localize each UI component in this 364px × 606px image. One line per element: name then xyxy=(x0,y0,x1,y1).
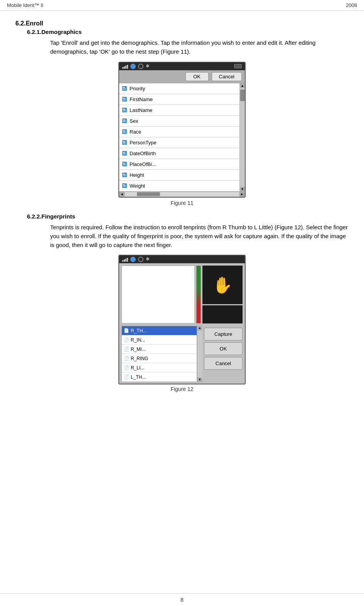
section-622: 6.2.2.Fingerprints Tenprints is required… xyxy=(15,213,349,393)
svg-rect-26 xyxy=(123,153,126,154)
rli-label: R_LI... xyxy=(131,365,144,371)
fp-finger-row-rli[interactable]: 📄 R_LI... xyxy=(122,363,197,372)
fp-button-panel: Capture OK Cancel xyxy=(202,326,245,382)
placeofbirth-icon xyxy=(121,161,128,167)
figure-12-caption: Figure 12 xyxy=(15,386,349,392)
priority-icon xyxy=(121,85,128,91)
fp-scroll-down[interactable]: ▼ xyxy=(197,377,202,382)
race-icon xyxy=(121,129,128,135)
height-label: Height xyxy=(130,172,239,178)
fp-status-bar: ✱ xyxy=(119,256,245,263)
form-row-race[interactable]: Race xyxy=(119,127,239,137)
form-row-firstname[interactable]: FirstName xyxy=(119,94,239,105)
rth-label: R_TH... xyxy=(131,328,147,333)
footer: 8 xyxy=(0,593,364,606)
form-row-height[interactable]: Height xyxy=(119,170,239,181)
fp-finger-row-rmi[interactable]: 📄 R_MI... xyxy=(122,345,197,354)
page-number: 8 xyxy=(180,597,184,603)
dob-label: DateOfBirth xyxy=(130,151,239,156)
sex-icon xyxy=(121,118,128,124)
svg-rect-27 xyxy=(123,154,125,154)
svg-rect-15 xyxy=(123,122,125,122)
fp-list-scrollbar[interactable]: ▲ ▼ xyxy=(197,326,202,382)
svg-rect-29 xyxy=(123,163,125,164)
fp-main-area: ✋ xyxy=(119,263,245,326)
header: Mobile Ident™ II 2008 xyxy=(0,0,364,11)
svg-rect-7 xyxy=(123,100,125,100)
svg-rect-18 xyxy=(123,132,126,132)
scroll-up-arrow[interactable]: ▲ xyxy=(240,83,245,88)
fp-finger-row-rin[interactable]: 📄 R_IN... xyxy=(122,335,197,345)
scroll-left-arrow[interactable]: ◄ xyxy=(119,191,125,197)
svg-rect-33 xyxy=(123,174,125,174)
svg-rect-3 xyxy=(123,89,125,90)
fp-hand-area: ✋ xyxy=(202,266,243,304)
main-content: 6.2.Enroll 6.2.1.Demographics Tap 'Enrol… xyxy=(0,11,364,411)
action-row: OK Cancel xyxy=(119,70,245,83)
form-row-persontype[interactable]: PersonType xyxy=(119,137,239,148)
weight-icon xyxy=(121,183,128,189)
figure-11-caption: Figure 11 xyxy=(15,200,349,206)
form-row-weight[interactable]: Weight xyxy=(119,181,239,191)
fp-quality-bar xyxy=(196,266,201,323)
priority-label: Priority xyxy=(130,86,239,91)
form-row-priority[interactable]: Priority xyxy=(119,83,239,94)
scroll-right-arrow[interactable]: ► xyxy=(239,191,245,197)
placeofbirth-label: PlaceOfBi... xyxy=(130,161,239,167)
fp-finger-row-rring[interactable]: 📄 R_RING xyxy=(122,354,197,363)
fp-cancel-button[interactable]: Cancel xyxy=(204,357,243,370)
horizontal-scrollbar[interactable]: ◄ ► xyxy=(119,191,245,197)
vertical-scrollbar[interactable]: ▲ ▼ xyxy=(239,83,245,191)
form-row-sex[interactable]: Sex xyxy=(119,116,239,127)
form-row-placeofbirth[interactable]: PlaceOfBi... xyxy=(119,159,239,170)
svg-rect-31 xyxy=(123,165,125,165)
fp-ok-button[interactable]: OK xyxy=(204,342,243,355)
scroll-h-thumb[interactable] xyxy=(137,192,160,196)
rth-icon: 📄 xyxy=(124,328,129,333)
scroll-h-track xyxy=(125,192,239,196)
fp-capture-button[interactable]: Capture xyxy=(204,328,243,340)
persontype-icon xyxy=(121,139,128,146)
rin-icon: 📄 xyxy=(124,337,129,342)
svg-rect-2 xyxy=(123,88,126,89)
svg-rect-17 xyxy=(123,130,125,131)
lth-label: L_TH... xyxy=(131,374,146,380)
section-621: 6.2.1.Demographics Tap 'Enroll' and get … xyxy=(15,29,349,206)
scroll-down-arrow[interactable]: ▼ xyxy=(240,187,245,191)
rli-icon: 📄 xyxy=(124,365,129,370)
form-row-lastname[interactable]: LastName xyxy=(119,105,239,116)
height-icon xyxy=(121,172,128,178)
svg-rect-21 xyxy=(123,141,125,142)
network-icon xyxy=(130,64,136,69)
fp-bottom-dark xyxy=(202,305,243,323)
svg-rect-10 xyxy=(123,110,126,110)
svg-rect-14 xyxy=(123,121,126,121)
battery-icon xyxy=(234,64,242,68)
ok-button[interactable]: OK xyxy=(185,72,209,81)
fp-finger-list-wrap: 📄 R_TH... 📄 R_IN... 📄 R_MI... xyxy=(121,326,202,382)
svg-rect-37 xyxy=(123,185,125,185)
fp-signal-icon xyxy=(122,257,128,262)
fp-scroll-up[interactable]: ▲ xyxy=(197,326,202,330)
rmi-label: R_MI... xyxy=(131,347,146,352)
svg-rect-30 xyxy=(123,164,126,164)
svg-rect-25 xyxy=(123,152,125,153)
header-year: 2008 xyxy=(346,2,357,8)
fp-finger-row-rth[interactable]: 📄 R_TH... xyxy=(122,326,197,335)
svg-rect-38 xyxy=(123,186,126,186)
form-row-dob[interactable]: DateOfBirth xyxy=(119,148,239,159)
cancel-button[interactable]: Cancel xyxy=(212,72,242,81)
persontype-label: PersonType xyxy=(130,140,239,146)
figure-11-device: ✱ OK Cancel Pri xyxy=(118,62,246,198)
svg-rect-5 xyxy=(123,98,125,99)
svg-rect-35 xyxy=(123,176,125,176)
section-621-body: Tap 'Enroll' and get into the demographi… xyxy=(50,38,349,56)
fp-finger-row-lth[interactable]: 📄 L_TH... xyxy=(122,372,197,382)
fp-scan-panel xyxy=(121,266,195,323)
fp-right-panel: ✋ xyxy=(202,263,245,326)
svg-rect-6 xyxy=(123,99,126,100)
firstname-label: FirstName xyxy=(130,96,239,102)
scroll-thumb[interactable] xyxy=(240,90,245,101)
svg-rect-19 xyxy=(123,132,125,133)
section-62: 6.2.Enroll 6.2.1.Demographics Tap 'Enrol… xyxy=(15,20,349,392)
